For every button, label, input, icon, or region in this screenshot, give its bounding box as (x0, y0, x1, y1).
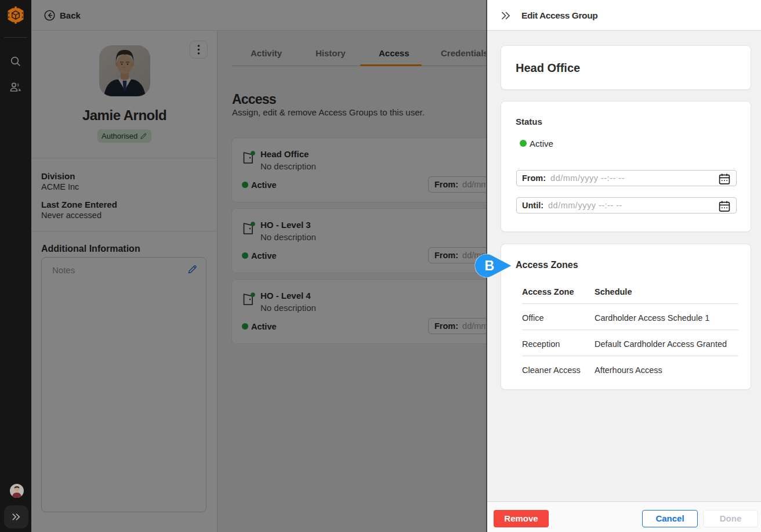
svg-text:B: B (484, 258, 494, 273)
